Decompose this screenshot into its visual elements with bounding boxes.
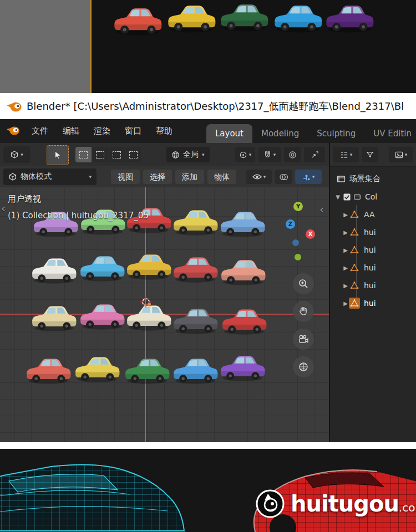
car-model[interactable]: [216, 351, 268, 382]
proportional-edit-button[interactable]: [284, 147, 301, 162]
gizmo-toggle-dropdown[interactable]: ▾: [295, 170, 322, 184]
expand-arrow-icon[interactable]: ▶: [342, 283, 349, 289]
axis-z-label: Z: [288, 221, 292, 227]
outliner-tree-icon: [340, 151, 348, 159]
object-name[interactable]: hui: [364, 263, 376, 272]
orientation-label: 全局: [183, 150, 199, 160]
menu-edit[interactable]: 编辑: [55, 119, 87, 143]
object-name[interactable]: hui: [364, 281, 376, 290]
car-model[interactable]: [22, 354, 74, 385]
car-model[interactable]: [71, 352, 123, 383]
car-model[interactable]: [169, 206, 221, 237]
car-model[interactable]: [28, 254, 80, 285]
object-name[interactable]: hui: [364, 245, 376, 254]
ortho-toggle-button[interactable]: [293, 356, 314, 377]
car-model[interactable]: [76, 252, 128, 283]
gizmo-axis-z[interactable]: Z: [286, 219, 295, 229]
viewport-editor-icon: [10, 150, 19, 159]
outliner-object-row[interactable]: ▶ hui: [330, 224, 416, 241]
blender-logo-icon: [6, 100, 22, 113]
menu-help[interactable]: 帮助: [149, 119, 180, 143]
expand-arrow-icon[interactable]: ▶: [342, 247, 349, 253]
menu-render[interactable]: 渲染: [87, 119, 118, 143]
car-model[interactable]: [28, 301, 80, 332]
select-mode-subtract-button[interactable]: [109, 147, 125, 162]
gizmo-axis-y-neg[interactable]: [295, 254, 301, 260]
collection-row[interactable]: ▼ Col: [330, 188, 416, 205]
axis-x-label: X: [308, 231, 313, 237]
chevron-down-icon: ▾: [263, 175, 266, 180]
editor-type-dropdown[interactable]: ▾: [3, 146, 30, 163]
pan-button[interactable]: [293, 301, 314, 322]
collection-name: Col: [365, 192, 377, 201]
outliner-type-dropdown[interactable]: ▾: [333, 147, 359, 162]
snap-dropdown[interactable]: ▾: [258, 147, 281, 162]
expand-arrow-icon[interactable]: ▶: [342, 229, 349, 236]
active-tool-select-button[interactable]: [47, 145, 69, 165]
expand-arrow-icon[interactable]: ▶: [342, 300, 349, 306]
car-model[interactable]: [217, 255, 269, 287]
car-model[interactable]: [169, 253, 221, 284]
viewport-header: 物体模式 ▾ 视图 选择 添加 物体 ▾ ▾: [0, 166, 329, 188]
car-model: [110, 3, 165, 37]
toolbar-collapse-arrow[interactable]: ‹: [1, 203, 6, 214]
blender-app-icon[interactable]: [6, 124, 20, 136]
gizmo-axis-x[interactable]: X: [306, 229, 315, 239]
visibility-dropdown[interactable]: ▾: [246, 170, 272, 184]
expand-arrow-icon[interactable]: ▼: [334, 194, 341, 200]
watermark-logo: huitugou .com: [255, 489, 416, 519]
outliner-object-row[interactable]: ▶ hui: [330, 277, 416, 294]
scene-collection-row[interactable]: 场景集合: [330, 171, 416, 187]
checkbox-checked-icon[interactable]: [343, 193, 351, 201]
menu-window[interactable]: 窗口: [118, 119, 149, 143]
car-model[interactable]: [76, 300, 128, 331]
tab-layout[interactable]: Layout: [206, 124, 252, 143]
car-model[interactable]: [216, 207, 268, 238]
car-model[interactable]: [169, 304, 221, 335]
menu-select[interactable]: 选择: [143, 170, 172, 184]
menu-add[interactable]: 添加: [175, 170, 204, 184]
expand-arrow-icon[interactable]: ▶: [342, 212, 349, 218]
object-name[interactable]: hui: [364, 299, 376, 308]
tab-modeling[interactable]: Modeling: [252, 124, 308, 143]
object-name[interactable]: AA: [364, 210, 375, 219]
menu-file[interactable]: 文件: [24, 119, 55, 143]
menu-items: 文件 编辑 渲染 窗口 帮助: [24, 119, 180, 143]
car-model[interactable]: [77, 205, 129, 236]
3d-viewport[interactable]: 用户透视 (1) Collection | huitugou_2317_05 ‹…: [0, 187, 329, 442]
sidebar-collapse-arrow[interactable]: ‹: [319, 204, 324, 215]
car-model[interactable]: [121, 354, 173, 385]
select-mode-invert-button[interactable]: [125, 147, 141, 162]
menu-object[interactable]: 物体: [207, 170, 236, 184]
mode-dropdown[interactable]: 物体模式 ▾: [3, 168, 97, 185]
outliner-object-row-selected[interactable]: ▶ hui: [330, 295, 416, 311]
mesh-icon-wrap: [349, 262, 360, 273]
display-mode-dropdown[interactable]: ▾: [389, 147, 413, 162]
outliner-object-row[interactable]: ▶ AA: [330, 206, 416, 223]
filter-button[interactable]: [362, 147, 378, 162]
zoom-button[interactable]: [293, 273, 314, 294]
mesh-icon-wrap: [349, 227, 360, 238]
car-model[interactable]: [123, 250, 175, 281]
car-model[interactable]: [218, 305, 270, 336]
menu-view[interactable]: 视图: [111, 170, 140, 184]
snap-target-button[interactable]: [304, 147, 325, 162]
mode-label: 物体模式: [21, 172, 52, 182]
outliner-object-row[interactable]: ▶ hui: [330, 259, 416, 276]
car-model[interactable]: [169, 354, 221, 385]
transform-orientation-dropdown[interactable]: 全局 ▾: [166, 147, 210, 162]
navigation-gizmo[interactable]: Y Z X: [280, 198, 319, 264]
object-name[interactable]: hui: [364, 228, 376, 237]
gizmo-axis-y[interactable]: Y: [293, 202, 303, 211]
gizmo-axis-z-neg[interactable]: [292, 239, 299, 246]
select-mode-new-button[interactable]: [75, 147, 92, 162]
pivot-point-dropdown[interactable]: ▾: [235, 147, 255, 162]
chevron-down-icon: ▾: [249, 152, 252, 157]
outliner-object-row[interactable]: ▶ hui: [330, 242, 416, 258]
tab-sculpting[interactable]: Sculpting: [308, 124, 364, 143]
expand-arrow-icon[interactable]: ▶: [342, 265, 349, 271]
camera-view-button[interactable]: [293, 329, 314, 350]
select-mode-extend-button[interactable]: [92, 147, 108, 162]
overlays-button[interactable]: [275, 170, 292, 184]
tab-uv-editing[interactable]: UV Editin: [364, 124, 416, 143]
